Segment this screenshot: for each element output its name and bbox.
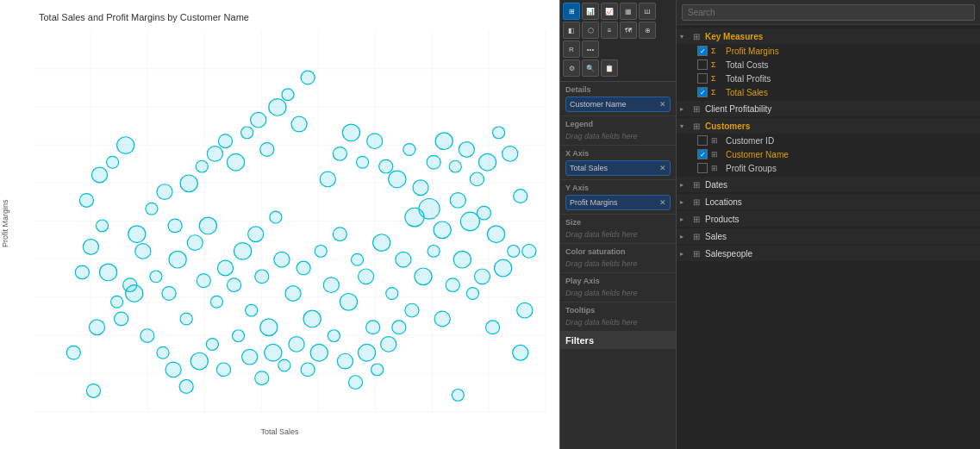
svg-point-98 xyxy=(278,359,290,371)
color-drag: Drag data fields here xyxy=(565,259,671,269)
tree-item-customers-0[interactable]: ⊞Customer ID xyxy=(677,134,980,147)
tree-item-check-customers-0[interactable] xyxy=(697,135,708,146)
svg-point-116 xyxy=(320,171,335,187)
details-remove-btn[interactable]: ✕ xyxy=(659,100,666,109)
viz-btn-1[interactable]: ⊞ xyxy=(563,3,580,20)
svg-point-40 xyxy=(255,270,269,284)
svg-point-82 xyxy=(428,246,440,258)
search-input[interactable] xyxy=(682,4,975,21)
xaxis-remove-btn[interactable]: ✕ xyxy=(659,164,666,172)
tree-item-key-measures-1[interactable]: ΣTotal Costs xyxy=(677,58,980,72)
tree-item-customers-2[interactable]: ⊞Profit Groups xyxy=(677,161,980,175)
svg-point-95 xyxy=(242,349,258,365)
svg-point-28 xyxy=(162,287,176,301)
tree-item-key-measures-2[interactable]: ΣTotal Profits xyxy=(677,72,980,85)
tree-group-header-salespeople[interactable]: ▸⊞Salespeople xyxy=(677,246,980,261)
svg-point-128 xyxy=(459,142,474,158)
tree-group-customers: ▾⊞Customers⊞Customer ID✓⊞Customer Name⊞P… xyxy=(677,118,980,175)
svg-point-61 xyxy=(251,112,266,128)
tree-group-icon-salespeople: ⊞ xyxy=(690,247,702,259)
tree-group-header-products[interactable]: ▸⊞Products xyxy=(677,211,980,227)
data-panel: ▾⊞Key Measures✓ΣProfit MarginsΣTotal Cos… xyxy=(677,0,980,449)
svg-point-59 xyxy=(228,153,245,171)
svg-point-21 xyxy=(66,346,80,359)
tree-item-customers-1[interactable]: ✓⊞Customer Name xyxy=(677,147,980,161)
svg-point-65 xyxy=(291,116,307,132)
yaxis-remove-btn[interactable]: ✕ xyxy=(659,198,666,207)
tree-item-check-key-measures-1[interactable] xyxy=(697,59,708,70)
yaxis-value-text: Profit Margins xyxy=(570,198,618,207)
svg-point-121 xyxy=(379,159,393,173)
viz-btn-7[interactable]: ⬡ xyxy=(582,22,599,39)
svg-point-43 xyxy=(274,252,290,267)
viz-btn-14[interactable]: 🔍 xyxy=(582,59,599,77)
tree-item-check-key-measures-2[interactable] xyxy=(697,73,708,84)
tree-item-icon-key-measures-0: Σ xyxy=(711,47,723,55)
legend-label: Legend xyxy=(565,120,671,128)
field-section-xaxis: X Axis Total Sales ✕ xyxy=(560,146,676,180)
tree-item-label-customers-0: Customer ID xyxy=(726,136,774,146)
tree-group-icon-sales: ⊞ xyxy=(690,230,702,242)
svg-point-139 xyxy=(477,206,490,220)
svg-point-71 xyxy=(323,278,339,293)
viz-btn-3[interactable]: 📈 xyxy=(601,3,618,20)
viz-btn-9[interactable]: 🗺 xyxy=(620,22,637,39)
details-label: Details xyxy=(565,85,671,94)
tree-group-header-locations[interactable]: ▸⊞Locations xyxy=(677,194,980,209)
svg-point-70 xyxy=(315,246,327,258)
viz-btn-10[interactable]: ⊕ xyxy=(639,22,656,39)
svg-point-68 xyxy=(296,261,310,275)
chart-area: Total Sales and Profit Margins by Custom… xyxy=(0,0,560,449)
tree-group-header-customers[interactable]: ▾⊞Customers xyxy=(677,118,980,134)
svg-point-127 xyxy=(449,160,461,172)
tree-group-label-dates: Dates xyxy=(705,180,727,190)
viz-btn-5[interactable]: Ш xyxy=(639,3,656,20)
details-value-pill[interactable]: Customer Name ✕ xyxy=(565,97,671,112)
viz-btn-15[interactable]: 📋 xyxy=(601,59,618,77)
tree-group-dates: ▸⊞Dates xyxy=(677,177,980,192)
svg-point-109 xyxy=(79,194,93,208)
svg-point-58 xyxy=(218,134,232,148)
tree-item-check-customers-2[interactable] xyxy=(697,163,708,173)
tree-group-header-sales[interactable]: ▸⊞Sales xyxy=(677,228,980,244)
tree-group-header-dates[interactable]: ▸⊞Dates xyxy=(677,177,980,192)
svg-point-99 xyxy=(289,337,304,352)
svg-point-52 xyxy=(146,203,158,215)
svg-point-79 xyxy=(396,252,411,267)
svg-point-60 xyxy=(241,127,253,139)
viz-btn-8[interactable]: ≡ xyxy=(601,22,618,39)
chart-title: Total Sales and Profit Margins by Custom… xyxy=(4,9,555,22)
viz-btn-6[interactable]: ◧ xyxy=(563,22,580,39)
xaxis-value-pill[interactable]: Total Sales ✕ xyxy=(565,160,671,176)
details-value-text: Customer Name xyxy=(570,100,627,109)
yaxis-value-pill[interactable]: Profit Margins ✕ xyxy=(565,195,671,210)
viz-btn-13[interactable]: ⚙ xyxy=(563,59,580,77)
svg-point-81 xyxy=(415,268,432,285)
viz-btn-2[interactable]: 📊 xyxy=(582,3,599,20)
svg-point-39 xyxy=(248,227,264,242)
toolbar-row-2: ◧ ⬡ ≡ 🗺 ⊕ xyxy=(563,22,673,39)
tree-item-check-key-measures-3[interactable]: ✓ xyxy=(697,87,708,97)
tree-item-key-measures-0[interactable]: ✓ΣProfit Margins xyxy=(677,44,980,58)
svg-point-84 xyxy=(446,278,459,292)
svg-point-120 xyxy=(367,134,383,149)
svg-point-126 xyxy=(435,133,453,150)
tree-item-check-customers-1[interactable]: ✓ xyxy=(697,149,708,159)
tree-item-check-key-measures-0[interactable]: ✓ xyxy=(697,46,708,56)
svg-point-46 xyxy=(165,362,181,377)
tree-group-header-client-profitability[interactable]: ▸⊞Client Profitability xyxy=(677,101,980,116)
svg-point-26 xyxy=(135,244,151,259)
tree-group-header-key-measures[interactable]: ▾⊞Key Measures xyxy=(677,28,980,44)
filters-header: Filters xyxy=(560,332,676,349)
field-section-details: Details Customer Name ✕ xyxy=(560,82,676,116)
tree-group-label-client-profitability: Client Profitability xyxy=(705,104,771,114)
svg-point-36 xyxy=(228,278,241,292)
viz-btn-4[interactable]: ▦ xyxy=(620,3,637,20)
tree-group-icon-dates: ⊞ xyxy=(690,178,702,190)
viz-btn-12[interactable]: ••• xyxy=(582,41,599,58)
svg-point-62 xyxy=(260,143,274,157)
tree-group-icon-client-profitability: ⊞ xyxy=(690,103,702,115)
viz-btn-11[interactable]: R xyxy=(563,41,580,58)
tree-item-key-measures-3[interactable]: ✓ΣTotal Sales xyxy=(677,85,980,99)
svg-point-113 xyxy=(75,265,89,279)
